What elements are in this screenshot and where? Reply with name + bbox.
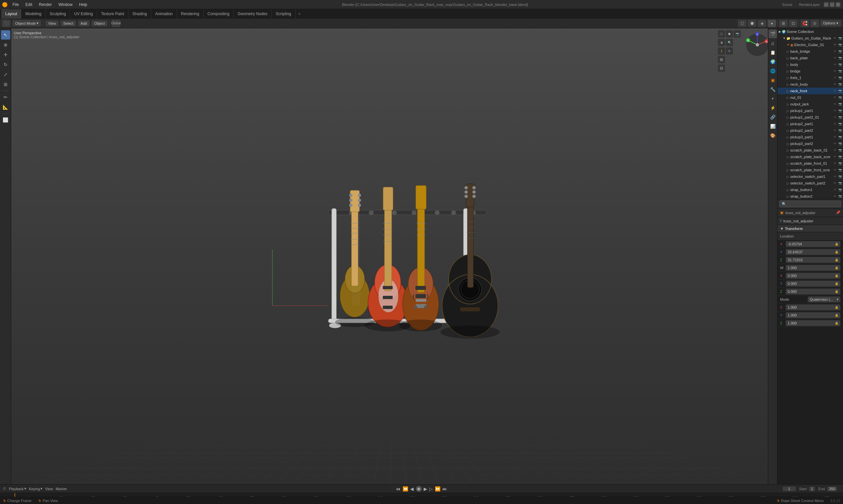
vis-render-btn[interactable]: 📷	[838, 135, 842, 139]
vis-render-btn[interactable]: 📷	[838, 75, 842, 80]
prev-keyframe-btn[interactable]: ◀	[410, 486, 414, 491]
vis-eye-btn[interactable]: 👁	[832, 56, 837, 60]
end-frame-field[interactable]: 250	[827, 487, 837, 491]
vis-render-btn[interactable]: 📷	[838, 62, 842, 67]
outliner-list-item[interactable]: ▷ back_bridge 👁 📷	[777, 48, 843, 55]
scale-x-field[interactable]: 1.000 🔒	[786, 304, 840, 310]
rotation-z-lock-icon[interactable]: 🔒	[835, 290, 838, 293]
add-cube-btn[interactable]: ⬜	[1, 115, 10, 125]
outliner-list-item[interactable]: ▷ scratch_plate_back_scre 👁 📷	[777, 154, 843, 160]
tab-rendering[interactable]: Rendering	[177, 9, 203, 18]
vis-eye-btn[interactable]: 👁	[832, 181, 837, 185]
snap-btn[interactable]: 🧲	[801, 20, 809, 27]
vis-eye-btn[interactable]: 👁	[832, 187, 837, 192]
constraints-props-icon[interactable]: 🔗	[769, 113, 777, 121]
scale-x-lock-icon[interactable]: 🔒	[835, 306, 838, 309]
viewport[interactable]: User Perspective (1) Scene Collection | …	[11, 28, 777, 484]
render-props-icon[interactable]: 🎬	[769, 30, 777, 38]
vis-render-btn[interactable]: 📷	[838, 115, 842, 120]
proportional-btn[interactable]: ⊙	[810, 20, 819, 27]
rotation-mode-dropdown[interactable]: Quaternion (... ▾	[808, 296, 840, 302]
outliner-list-item[interactable]: ▷ bridge 👁 📷	[777, 68, 843, 74]
tab-shading[interactable]: Shading	[128, 9, 151, 18]
outliner-list-item[interactable]: ▷ body 👁 📷	[777, 61, 843, 68]
walk-nav-btn[interactable]: 🚶	[718, 48, 725, 55]
vis-eye-btn[interactable]: 👁	[832, 82, 837, 87]
overlay-btn[interactable]: ⊞	[779, 20, 788, 27]
rendered-shading-btn[interactable]: ●	[768, 20, 776, 27]
xray-btn[interactable]: ⊡	[789, 20, 797, 27]
options-btn[interactable]: Options ▾	[820, 20, 841, 26]
zoom-in-btn[interactable]: ⊞	[718, 56, 725, 63]
outliner-list-item[interactable]: ▷ pickup2_part1 👁 📷	[777, 121, 843, 127]
tab-layout[interactable]: Layout	[1, 9, 21, 18]
rotation-y-field[interactable]: 0.000 🔒	[786, 281, 840, 287]
outliner-list-item[interactable]: ▷ pickup3_part2 👁 📷	[777, 140, 843, 147]
object-props-icon[interactable]: ▣	[769, 76, 777, 84]
material-props-icon[interactable]: 🎨	[769, 131, 777, 140]
vis-render-btn[interactable]: 📷	[838, 181, 842, 185]
keying-menu[interactable]: Keying▾	[29, 487, 43, 491]
vis-render-btn[interactable]: 📷	[838, 161, 842, 166]
transform-tool-btn[interactable]: ⊞	[1, 80, 10, 89]
vis-eye-btn[interactable]: 👁	[832, 194, 837, 199]
close-button[interactable]: ✕	[836, 2, 840, 7]
view-menu-timeline[interactable]: View	[45, 487, 53, 491]
properties-search-input[interactable]	[779, 201, 841, 207]
scene-props-icon[interactable]: 🌍	[769, 57, 777, 66]
location-x-lock-icon[interactable]: 🔒	[835, 242, 838, 246]
menu-file[interactable]: File	[9, 0, 22, 9]
vis-eye-btn[interactable]: 👁	[832, 135, 837, 139]
vis-render-btn[interactable]: 📷	[838, 95, 842, 100]
vis-render-btn[interactable]: 📷	[838, 194, 842, 199]
particles-props-icon[interactable]: ✦	[769, 94, 777, 103]
maximize-button[interactable]: □	[830, 2, 835, 7]
viewport-icon-btn[interactable]: ⬛	[2, 20, 11, 27]
outliner-list-item[interactable]: ▷ pickup1_part2_01 👁 📷	[777, 114, 843, 121]
wireframe-shading-btn[interactable]: ⬡	[738, 20, 747, 27]
vis-render-btn[interactable]: 📷	[838, 141, 842, 146]
view-layer-props-icon[interactable]: 📋	[769, 48, 777, 57]
transform-global-btn[interactable]: Global	[112, 20, 120, 27]
location-z-lock-icon[interactable]: 🔒	[835, 258, 838, 262]
vis-eye-btn[interactable]: 👁	[832, 148, 837, 152]
scale-y-lock-icon[interactable]: 🔒	[835, 313, 838, 317]
location-y-field[interactable]: 20.64537 🔒	[786, 249, 840, 255]
vis-eye-btn[interactable]: 👁	[832, 95, 837, 100]
menu-help[interactable]: Help	[76, 0, 91, 9]
outliner-scene-collection[interactable]: ▶ 🌍 Scene Collection	[777, 28, 843, 35]
outliner-list-item[interactable]: ▷ scratch_plate_front_scre 👁 📷	[777, 167, 843, 173]
rotate-tool-btn[interactable]: ↻	[1, 60, 10, 69]
select-menu[interactable]: Select	[60, 20, 76, 26]
next-frame-btn[interactable]: ⏩	[435, 486, 441, 491]
play-btn[interactable]: ▶	[424, 486, 427, 491]
vis-render-btn[interactable]: 📷	[838, 69, 842, 73]
outliner-list-item[interactable]: ▷ neck_front 👁 📷	[777, 88, 843, 94]
vis-render-btn[interactable]: 📷	[838, 122, 842, 126]
object-mode-dropdown[interactable]: Object Mode ▾	[13, 20, 41, 26]
outliner-list-item[interactable]: ▷ back_plate 👁 📷	[777, 55, 843, 61]
solid-shading-btn[interactable]: ⬢	[748, 20, 756, 27]
tab-uv-editing[interactable]: UV Editing	[70, 9, 97, 18]
current-frame-field[interactable]: 1	[783, 487, 796, 491]
play-stop-btn[interactable]: ■	[416, 486, 422, 492]
add-workspace-button[interactable]: +	[295, 9, 303, 18]
vis-eye-btn[interactable]: 👁	[832, 115, 837, 120]
location-z-field[interactable]: 31.71915 🔒	[786, 257, 840, 263]
vis-render-btn[interactable]: 📷	[838, 187, 842, 192]
outliner-list-item[interactable]: ▷ nut_01 👁 📷	[777, 94, 843, 101]
vis-render-btn[interactable]: 📷	[838, 82, 842, 87]
rotation-w-field[interactable]: 1.000 🔒	[786, 265, 840, 271]
next-keyframe-btn[interactable]: ▷	[429, 486, 433, 491]
tab-animation[interactable]: Animation	[151, 9, 177, 18]
tab-modeling[interactable]: Modeling	[21, 9, 46, 18]
outliner-list-item[interactable]: ▷ selector_switch_part2 👁 📷	[777, 180, 843, 186]
prev-frame-btn[interactable]: ⏪	[402, 486, 408, 491]
vis-eye-btn[interactable]: 👁	[832, 75, 837, 80]
scale-z-lock-icon[interactable]: 🔒	[835, 322, 838, 325]
rotation-z-field[interactable]: 0.000 🔒	[786, 289, 840, 294]
outliner-list-item[interactable]: ▷ pickup1_part1 👁 📷	[777, 107, 843, 114]
vis-render-btn[interactable]: 📷	[838, 108, 842, 113]
tab-sculpting[interactable]: Sculpting	[46, 9, 70, 18]
tab-scripting[interactable]: Scripting	[272, 9, 295, 18]
